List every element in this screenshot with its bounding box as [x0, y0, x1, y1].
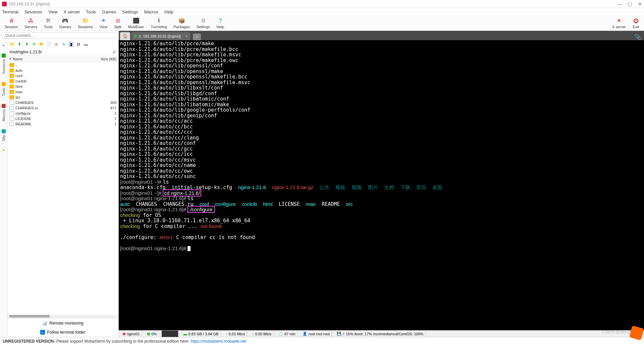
status-time: 🕐87 min [276, 331, 298, 337]
maximize-button[interactable]: ▢ [628, 1, 632, 7]
settings-icon[interactable]: ▬ [83, 42, 89, 47]
file-row[interactable]: src [7, 95, 118, 100]
menu-view[interactable]: View [48, 9, 58, 14]
connection-row: 🏠 2. 192.168.10.31 ([nginx]) × + 📎 [0, 31, 644, 40]
more-icon[interactable]: ⇄ [76, 42, 81, 47]
file-row[interactable]: CHANGES309 [7, 100, 118, 105]
col-name[interactable]: Name [13, 57, 98, 61]
follow-terminal-toggle[interactable]: ✓ Follow terminal folder [7, 328, 118, 337]
status-graph [162, 331, 178, 337]
menu-tools[interactable]: Tools [86, 9, 96, 14]
down-icon: ↓ [252, 332, 254, 336]
tool-packages[interactable]: 📦Packages [170, 17, 193, 30]
upload-icon[interactable]: ⬆ [24, 42, 30, 47]
tool-games[interactable]: 🎮Games [56, 17, 74, 30]
rail-tools[interactable]: Tools [2, 80, 6, 98]
download-icon[interactable]: ⬇ [17, 42, 22, 47]
nav-icon[interactable]: 📁 [9, 42, 15, 47]
rail-sftp[interactable]: Sftp [2, 127, 6, 143]
toolbar: 🖥Session🖧Servers🛠Tools🎮Games📁Sessions👁Vi… [0, 15, 644, 31]
file-row[interactable]: man [7, 89, 118, 95]
tool-settings[interactable]: ⚙Settings [193, 17, 213, 30]
sftp-toolbar: 📁 ⬇ ⬆ ⟳ 📂 📄 ⊘ A ▮ ⇄ ▬ [7, 40, 118, 48]
tool-tunneling[interactable]: ⬇Tunneling [148, 17, 170, 30]
menu-xserver[interactable]: X server [64, 9, 80, 14]
footer-msg: - Please support MobaXterm by subscribin… [54, 339, 190, 344]
tool-exit[interactable]: ⏻Exit [629, 17, 643, 30]
menu-sessions[interactable]: Sessions [24, 9, 42, 14]
col-size[interactable]: Size (KB) [98, 57, 116, 61]
status-netdown: ↓0.00 Mb/s [250, 331, 274, 337]
up-icon: ↑ [225, 332, 227, 336]
clock-icon: 🕐 [278, 332, 283, 336]
refresh-icon[interactable]: ⟳ [32, 42, 37, 47]
paperclip-icon[interactable]: 📎 [635, 34, 641, 40]
close-button[interactable]: ✕ [638, 1, 642, 7]
new-tab-button[interactable]: + [193, 34, 201, 40]
file-row[interactable]: LICENSE1 [7, 116, 118, 121]
menu-settings[interactable]: Settings [122, 9, 138, 14]
file-row[interactable]: auto [7, 68, 118, 73]
file-row[interactable]: conf [7, 73, 118, 78]
home-tab[interactable]: 🏠 [120, 32, 130, 40]
tunneling-icon: ⬇ [156, 17, 162, 24]
file-row[interactable]: configure2 [7, 111, 118, 116]
tool-sessions[interactable]: 📁Sessions [74, 17, 96, 30]
side-rail: « SessionsToolsMacrosSftp● [0, 40, 7, 337]
file-icon [9, 122, 14, 126]
file-row[interactable]: CHANGES.ru472 [7, 105, 118, 111]
tool-help[interactable]: ?Help [213, 17, 228, 30]
terminal-status-bar: nginx01 ▦0% ▬0.83 GB / 3.84 GB ↑0.01 Mb/… [119, 330, 644, 337]
menu-macros[interactable]: Macros [144, 9, 158, 14]
newfolder-icon[interactable]: 📂 [39, 42, 44, 47]
folder-icon [9, 84, 14, 89]
rail-macros[interactable]: Macros [2, 102, 6, 123]
file-row[interactable]: html [7, 84, 118, 89]
rail-sessions[interactable]: Sessions [2, 52, 6, 76]
status-host: nginx01 [121, 331, 142, 337]
menu-help[interactable]: Help [164, 9, 173, 14]
sftp-sidebar: 📁 ⬇ ⬆ ⟳ 📂 📄 ⊘ A ▮ ⇄ ▬ ✔ ▾ Name Size (KB)… [7, 40, 119, 337]
tool-session[interactable]: 🖥Session [1, 17, 21, 30]
tool-tools[interactable]: 🛠Tools [41, 17, 56, 30]
menu-terminal[interactable]: Terminal [2, 9, 18, 14]
view-icon: 👁 [100, 17, 107, 24]
unregistered-label: UNREGISTERED VERSION [3, 339, 54, 344]
folder-icon [9, 68, 14, 72]
folder-icon [9, 95, 14, 99]
edit-icon[interactable]: A [61, 42, 66, 47]
file-icon [9, 117, 14, 121]
remote-monitoring-button[interactable]: 📊 Remote monitoring [7, 318, 118, 328]
file-row[interactable]: .. [7, 62, 118, 68]
checkbox-icon: ✓ [40, 330, 45, 335]
chip-icon: ▦ [147, 332, 150, 336]
tool-split[interactable]: ⊞Split [111, 17, 125, 30]
terminal[interactable]: nginx-1.21.6/auto/lib/pcre/make nginx-1.… [119, 40, 644, 337]
file-row[interactable]: contrib [7, 78, 118, 84]
packages-icon: 📦 [178, 17, 185, 24]
dot-icon [123, 333, 125, 335]
newfile-icon[interactable]: 📄 [46, 42, 52, 47]
status-disk: 💾/: 15% /boot: 17% /run/media/root/CentO… [335, 331, 426, 337]
tab-close-icon[interactable]: × [185, 34, 187, 38]
status-mem: ▬0.83 GB / 3.84 GB [181, 331, 221, 337]
window-title: 192.168.10.31 ([nginx]) [9, 2, 617, 6]
quick-connect-input[interactable] [1, 32, 117, 39]
tool-view[interactable]: 👁View [96, 17, 111, 30]
highlight-icon[interactable]: ▮ [68, 42, 74, 47]
tool-x server[interactable]: ✕X server [609, 17, 629, 30]
sort-icon[interactable]: ▾ [9, 57, 11, 61]
sftp-hscroll[interactable] [7, 315, 118, 318]
session-tab[interactable]: 2. 192.168.10.31 ([nginx]) × [131, 32, 190, 40]
menu-games[interactable]: Games [102, 9, 116, 14]
sftp-path-input[interactable] [9, 50, 112, 54]
delete-icon[interactable]: ⊘ [54, 42, 59, 47]
tool-servers[interactable]: 🖧Servers [21, 17, 41, 30]
tool-multiexec[interactable]: ⬛MultiExec [125, 17, 148, 30]
rail-dot-icon: ● [2, 148, 5, 152]
file-icon [9, 101, 14, 105]
collapse-icon[interactable]: « [2, 43, 5, 48]
file-row[interactable]: README1 [7, 121, 118, 127]
footer-link[interactable]: https://mobaxterm.mobatek.net [191, 339, 246, 344]
minimize-button[interactable]: — [617, 1, 622, 7]
